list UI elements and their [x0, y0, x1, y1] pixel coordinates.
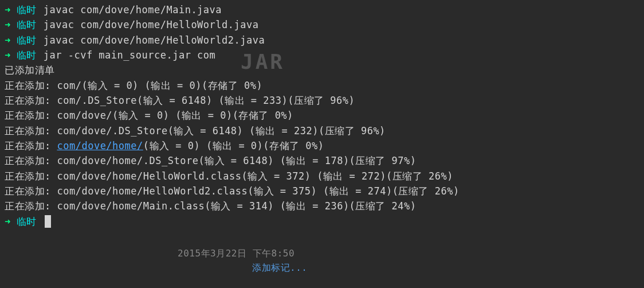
output-prefix: 正在添加:	[5, 95, 57, 106]
output-path: com/dove/home/Main.class	[57, 200, 205, 212]
prompt-dir: 临时	[17, 48, 37, 63]
output-stats: (输入 = 372) (输出 = 272)(压缩了 26%)	[242, 170, 453, 182]
output-stats: (输入 = 6148) (输出 = 232)(压缩了 96%)	[168, 125, 386, 137]
prompt-dir: 临时	[17, 17, 37, 32]
output-path: com/dove/home/.DS_Store	[57, 155, 198, 166]
command-line: ➜ 临时 javac com/dove/home/Main.java	[5, 2, 639, 17]
prompt-arrow-icon: ➜	[5, 2, 11, 17]
prompt-arrow-icon: ➜	[5, 48, 11, 63]
timestamp-watermark: 2015年3月22日 下午8:50	[178, 247, 294, 261]
command-line: ➜ 临时 javac com/dove/home/HelloWorld.java	[5, 17, 639, 32]
output-path: com/dove/home/HelloWorld.class	[57, 170, 241, 182]
jar-output-line: 正在添加: com/.DS_Store(输入 = 6148) (输出 = 233…	[5, 93, 639, 108]
command-text: javac com/dove/home/HelloWorld2.java	[44, 33, 265, 48]
output-prefix: 正在添加:	[5, 140, 57, 151]
command-text: jar -cvf main_source.jar com	[44, 48, 216, 63]
output-stats: (输入 = 314) (输出 = 236)(压缩了 24%)	[205, 200, 416, 212]
jar-output-line: 正在添加: com/dove/home/(输入 = 0) (输出 = 0)(存储…	[5, 138, 639, 153]
prompt-dir: 临时	[17, 214, 37, 229]
output-prefix: 正在添加:	[5, 110, 57, 121]
output-stats: (输入 = 0) (输出 = 0)(存储了 0%)	[143, 140, 324, 151]
output-path: com/dove/.DS_Store	[57, 125, 167, 137]
output-stats: (输入 = 6148) (输出 = 233)(压缩了 96%)	[137, 95, 355, 106]
output-prefix: 正在添加:	[5, 125, 57, 137]
prompt-arrow-icon: ➜	[5, 214, 11, 229]
output-path: com/	[57, 80, 81, 91]
prompt-dir: 临时	[17, 2, 37, 17]
manifest-output: 已添加清单	[5, 63, 639, 77]
output-path: com/dove/	[57, 110, 112, 121]
output-stats: (输入 = 0) (输出 = 0)(存储了 0%)	[81, 80, 262, 91]
output-prefix: 正在添加:	[5, 200, 57, 212]
output-prefix: 正在添加:	[5, 155, 57, 166]
output-prefix: 正在添加:	[5, 185, 57, 197]
command-text: javac com/dove/home/HelloWorld.java	[44, 17, 259, 32]
prompt-arrow-icon: ➜	[5, 33, 11, 48]
output-prefix: 正在添加:	[5, 80, 57, 91]
terminal-output[interactable]: ➜ 临时 javac com/dove/home/Main.java ➜ 临时 …	[5, 2, 639, 229]
command-line: ➜ 临时 jar -cvf main_source.jar com	[5, 48, 639, 63]
prompt-dir: 临时	[17, 33, 37, 48]
output-stats: (输入 = 6148) (输出 = 178)(压缩了 97%)	[198, 155, 416, 166]
jar-output-line: 正在添加: com/dove/home/.DS_Store(输入 = 6148)…	[5, 153, 639, 168]
command-line-current[interactable]: ➜ 临时	[5, 214, 639, 229]
terminal-cursor	[45, 215, 51, 228]
output-prefix: 正在添加:	[5, 170, 57, 182]
jar-output-line: 正在添加: com/dove/.DS_Store(输入 = 6148) (输出 …	[5, 123, 639, 138]
jar-output-line: 正在添加: com/dove/(输入 = 0) (输出 = 0)(存储了 0%)	[5, 108, 639, 123]
jar-output-line: 正在添加: com/(输入 = 0) (输出 = 0)(存储了 0%)	[5, 78, 639, 93]
prompt-arrow-icon: ➜	[5, 17, 11, 32]
output-path: com/dove/home/HelloWorld2.class	[57, 185, 248, 197]
command-line: ➜ 临时 javac com/dove/home/HelloWorld2.jav…	[5, 33, 639, 48]
jar-output-line: 正在添加: com/dove/home/HelloWorld.class(输入 …	[5, 169, 639, 184]
output-path[interactable]: com/dove/home/	[57, 140, 143, 151]
jar-output-line: 正在添加: com/dove/home/Main.class(输入 = 314)…	[5, 199, 639, 213]
add-tag-watermark: 添加标记...	[252, 261, 307, 275]
output-stats: (输入 = 375) (输出 = 274)(压缩了 26%)	[248, 185, 459, 197]
jar-output-line: 正在添加: com/dove/home/HelloWorld2.class(输入…	[5, 184, 639, 199]
output-stats: (输入 = 0) (输出 = 0)(存储了 0%)	[112, 110, 293, 121]
command-text: javac com/dove/home/Main.java	[44, 2, 222, 17]
output-path: com/.DS_Store	[57, 95, 137, 106]
